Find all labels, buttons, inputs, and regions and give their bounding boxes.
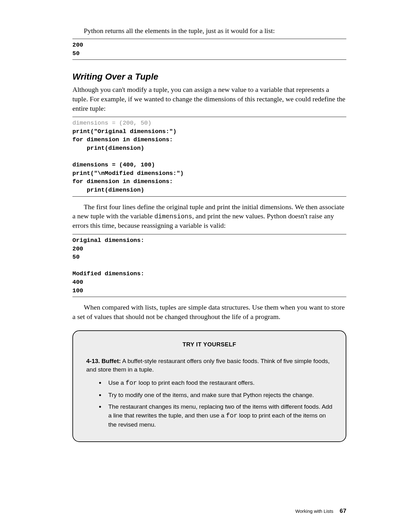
exercise-bullets: Use a for loop to print each food the re…	[86, 378, 332, 429]
page-footer: Working with Lists 67	[295, 507, 346, 514]
code-faded-line: dimensions = (200, 50)	[72, 120, 151, 126]
exercise-number: 4-13.	[86, 358, 100, 364]
section-heading: Writing Over a Tuple	[72, 72, 346, 82]
try-box-title: TRY IT YOURSELF	[86, 341, 332, 348]
bullet-2: Try to modify one of the items, and make…	[99, 391, 332, 400]
exercise-4-13: 4-13. Buffet: A buffet-style restaurant …	[86, 357, 332, 374]
code-body: print("Original dimensions:") for dimens…	[72, 128, 184, 193]
try-it-yourself-box: TRY IT YOURSELF 4-13. Buffet: A buffet-s…	[72, 330, 346, 442]
bullet-1: Use a for loop to print each food the re…	[99, 378, 332, 388]
b1a: Use a	[108, 379, 126, 386]
code-output-3: Original dimensions: 200 50 Modified dim…	[72, 234, 346, 297]
intro-text: Python returns all the elements in the t…	[72, 27, 346, 35]
page-number: 67	[340, 507, 346, 514]
page-container: Python returns all the elements in the t…	[0, 0, 403, 532]
inline-code-dimensions: dimensions	[154, 213, 192, 220]
paragraph-2: The first four lines define the original…	[72, 202, 346, 230]
paragraph-1: Although you can't modify a tuple, you c…	[72, 85, 346, 113]
exercise-title: Buffet:	[102, 358, 121, 364]
inline-code-for-1: for	[126, 379, 137, 387]
paragraph-3: When compared with lists, tuples are sim…	[72, 303, 346, 321]
code-output-1: 200 50	[72, 39, 346, 60]
inline-code-for-2: for	[226, 412, 237, 419]
footer-chapter: Working with Lists	[295, 508, 333, 514]
code-listing-2: dimensions = (200, 50) print("Original d…	[72, 117, 346, 196]
b1b: loop to print each food the restaurant o…	[137, 379, 255, 386]
bullet-3: The restaurant changes its menu, replaci…	[99, 402, 332, 429]
exercise-desc: A buffet-style restaurant offers only fi…	[86, 358, 330, 373]
